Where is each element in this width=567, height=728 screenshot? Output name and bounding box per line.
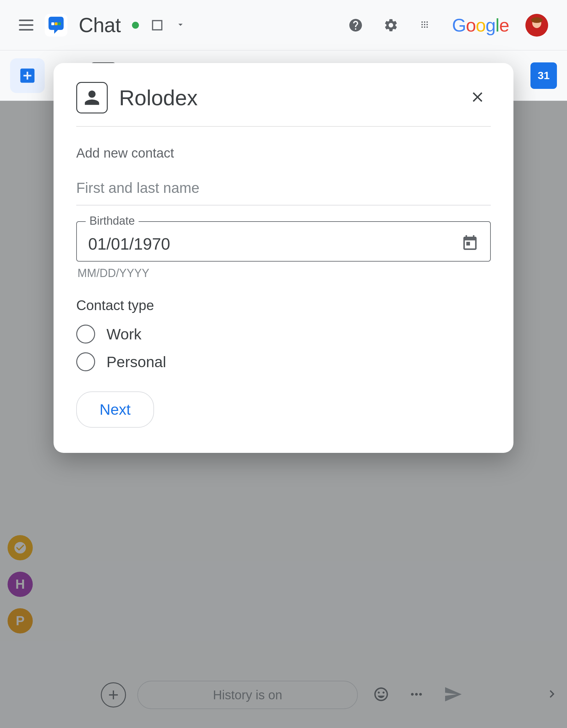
radio-circle-personal	[76, 352, 95, 371]
section-label: Add new contact	[76, 146, 491, 161]
contact-type-label: Contact type	[76, 298, 491, 313]
radio-work[interactable]: Work	[76, 325, 491, 344]
contact-type-radio-group: Work Personal	[76, 325, 491, 371]
next-button[interactable]: Next	[76, 391, 154, 428]
name-input[interactable]	[76, 171, 491, 205]
calendar-picker-button[interactable]	[461, 234, 479, 253]
modal-title: Rolodex	[119, 85, 198, 110]
modal-container: Rolodex Add new contact Birthdate 01/01/…	[0, 0, 567, 728]
radio-personal[interactable]: Personal	[76, 352, 491, 371]
birthdate-field-wrap: Birthdate 01/01/1970	[76, 221, 491, 262]
modal-app-icon	[76, 82, 108, 113]
radio-circle-work	[76, 325, 95, 344]
radio-label-personal: Personal	[107, 353, 166, 371]
birthdate-value: 01/01/1970	[88, 234, 170, 253]
birthdate-label: Birthdate	[86, 214, 139, 228]
modal-close-button[interactable]	[464, 84, 491, 112]
date-format-hint: MM/DD/YYYY	[78, 267, 491, 280]
radio-label-work: Work	[107, 326, 142, 343]
birthdate-inner: 01/01/1970	[88, 234, 479, 253]
modal-divider	[76, 126, 491, 127]
modal-title-wrap: Rolodex	[76, 82, 198, 113]
rolodex-modal: Rolodex Add new contact Birthdate 01/01/…	[54, 63, 513, 453]
modal-header: Rolodex	[76, 82, 491, 113]
